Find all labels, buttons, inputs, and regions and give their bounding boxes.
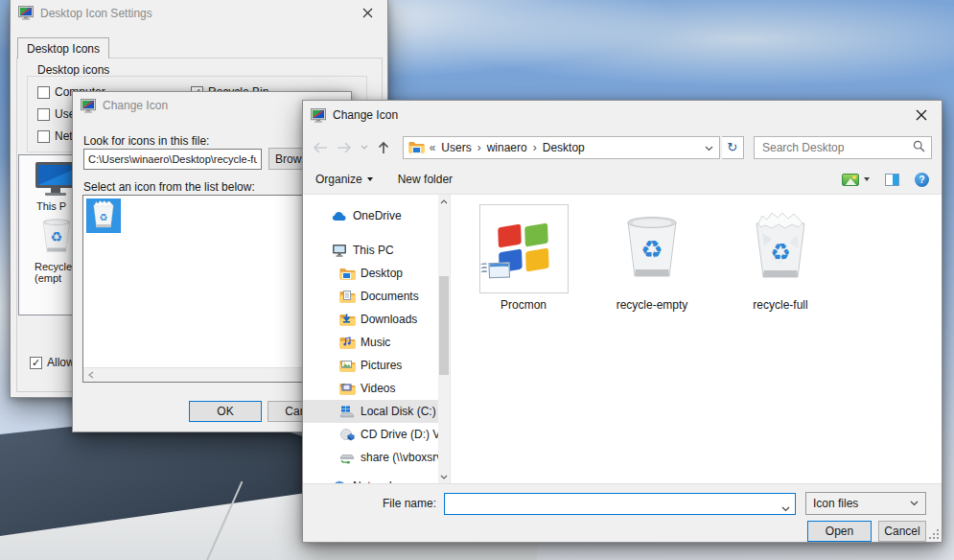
- explorer-content: OneDrive This PC Desktop: [303, 195, 942, 483]
- recycle-bin-full-small-icon: ♻: [91, 200, 116, 231]
- resize-grip[interactable]: [929, 529, 939, 539]
- breadcrumb-overflow-icon[interactable]: «: [430, 141, 436, 154]
- preview-pane-icon[interactable]: [885, 174, 899, 186]
- scroll-left-icon[interactable]: [83, 368, 99, 383]
- file-dialog-footer: File name: Icon files Open Cancel: [303, 483, 942, 542]
- up-icon[interactable]: [372, 140, 394, 155]
- sidebar-item-label: Local Disk (C:): [361, 405, 436, 418]
- scrollbar-thumb[interactable]: [439, 276, 449, 375]
- picture-badge: [341, 358, 352, 371]
- sidebar-item-label: OneDrive: [353, 209, 402, 222]
- refresh-icon[interactable]: ↻: [722, 136, 744, 159]
- change-icon-dialog-title: Change Icon: [103, 99, 312, 112]
- file-procmon[interactable]: Procmon: [476, 204, 571, 312]
- search-input[interactable]: [760, 140, 913, 155]
- sidebar-item-pictures[interactable]: Pictures: [303, 354, 438, 377]
- navigation-pane: OneDrive This PC Desktop: [303, 195, 450, 483]
- file-recycle-full[interactable]: ♻ recycle-full: [733, 204, 828, 312]
- sidebar-gap: [303, 227, 450, 239]
- icon-file-path-input[interactable]: [83, 149, 262, 170]
- chevron-down-icon: [864, 177, 870, 181]
- scroll-up-icon[interactable]: [438, 195, 450, 208]
- checkbox-box: [37, 108, 50, 121]
- explorer-dialog-title: Change Icon: [333, 108, 902, 122]
- sidebar-item-label: CD Drive (D:) Vir: [361, 428, 438, 441]
- file-type-value: Icon files: [813, 497, 858, 510]
- folder-pictures-icon: [338, 358, 356, 373]
- new-folder-button[interactable]: New folder: [398, 173, 453, 186]
- help-icon[interactable]: ?: [915, 173, 929, 187]
- sidebar-item-share-vboxsrv[interactable]: share (\\vboxsrv: [303, 446, 438, 469]
- preview-label-recycle-1: Recycle: [35, 261, 72, 272]
- organize-label: Organize: [315, 173, 362, 186]
- back-icon[interactable]: [309, 141, 331, 154]
- sidebar-item-local-disk-c[interactable]: Local Disk (C:): [303, 400, 438, 423]
- music-note-badge: [343, 336, 351, 349]
- file-recycle-empty[interactable]: ♻ recycle-empty: [604, 204, 700, 312]
- recycle-bin-preview-icon[interactable]: ♻: [40, 217, 73, 257]
- sidebar-item-cd-drive[interactable]: CD Drive (D:) Vir: [303, 423, 438, 446]
- forward-icon[interactable]: [333, 141, 355, 154]
- settings-titlebar[interactable]: Desktop Icon Settings: [11, 0, 387, 27]
- folder-music-icon: [338, 335, 356, 350]
- sidebar-item-onedrive[interactable]: OneDrive: [303, 204, 438, 227]
- chevron-down-icon: [367, 177, 373, 181]
- breadcrumb-item-desktop[interactable]: Desktop: [541, 141, 587, 154]
- cancel-button[interactable]: Cancel: [878, 521, 926, 542]
- address-bar[interactable]: « Users › winaero › Desktop: [403, 136, 720, 159]
- sidebar-item-downloads[interactable]: Downloads: [303, 308, 438, 331]
- selected-icon-tile[interactable]: ♻: [86, 198, 121, 233]
- procmon-app-icon: [479, 204, 569, 293]
- chevron-down-icon: [910, 501, 919, 506]
- local-disk-icon: [338, 404, 356, 419]
- close-icon[interactable]: [355, 4, 380, 23]
- tab-desktop-icons[interactable]: Desktop Icons: [17, 37, 109, 58]
- download-arrow-badge: [342, 313, 351, 326]
- look-for-icons-label: Look for icons in this file:: [83, 134, 209, 148]
- close-icon[interactable]: [909, 105, 934, 125]
- folder-documents-icon: [338, 289, 356, 304]
- file-type-select[interactable]: Icon files: [805, 492, 926, 515]
- change-view-button[interactable]: [842, 174, 870, 186]
- address-toolbar: « Users › winaero › Desktop ↻: [303, 129, 942, 165]
- sidebar-item-label: Documents: [361, 290, 419, 303]
- sidebar-item-desktop[interactable]: Desktop: [303, 262, 438, 285]
- scroll-down-icon[interactable]: [438, 470, 450, 483]
- new-folder-label: New folder: [398, 173, 453, 186]
- this-pc-icon: [331, 243, 348, 258]
- sidebar-item-network[interactable]: Network: [303, 475, 438, 483]
- sidebar-item-label: Downloads: [361, 313, 417, 326]
- recycle-bin-full-icon: ♻: [736, 204, 826, 293]
- svg-text:♻: ♻: [51, 229, 63, 245]
- display-settings-app-icon: [311, 108, 326, 123]
- display-settings-app-icon: [18, 6, 34, 20]
- checkbox-box: ✓: [30, 357, 42, 369]
- ok-button[interactable]: OK: [189, 401, 262, 422]
- sidebar-item-videos[interactable]: Videos: [303, 377, 438, 400]
- file-name-label: File name:: [383, 497, 436, 510]
- sidebar-item-label: Desktop: [361, 267, 403, 280]
- sidebar-item-this-pc[interactable]: This PC: [303, 239, 438, 262]
- sidebar-item-documents[interactable]: Documents: [303, 285, 438, 308]
- file-name-input[interactable]: [444, 493, 796, 515]
- sidebar-scrollbar[interactable]: [438, 195, 450, 483]
- breadcrumb-item-users[interactable]: Users: [439, 141, 473, 154]
- breadcrumb-item-winaero[interactable]: winaero: [485, 141, 529, 154]
- display-settings-app-icon: [81, 99, 96, 113]
- settings-dialog-title: Desktop Icon Settings: [40, 7, 348, 20]
- svg-text:♻: ♻: [770, 239, 791, 266]
- folder-downloads-icon: [338, 312, 356, 327]
- search-box[interactable]: [754, 136, 932, 159]
- onedrive-icon: [331, 208, 348, 223]
- folder-videos-icon: [338, 381, 356, 396]
- explorer-titlebar[interactable]: Change Icon: [303, 101, 942, 129]
- recent-locations-chevron-icon[interactable]: [358, 145, 371, 150]
- open-button[interactable]: Open: [807, 521, 872, 542]
- chevron-down-icon[interactable]: [781, 502, 790, 515]
- sidebar-item-label: Videos: [361, 382, 395, 395]
- network-drive-icon: [338, 450, 356, 465]
- search-icon[interactable]: [913, 140, 925, 155]
- sidebar-item-music[interactable]: Music: [303, 331, 438, 354]
- organize-button[interactable]: Organize: [315, 173, 373, 186]
- address-dropdown-chevron-icon[interactable]: [699, 141, 719, 154]
